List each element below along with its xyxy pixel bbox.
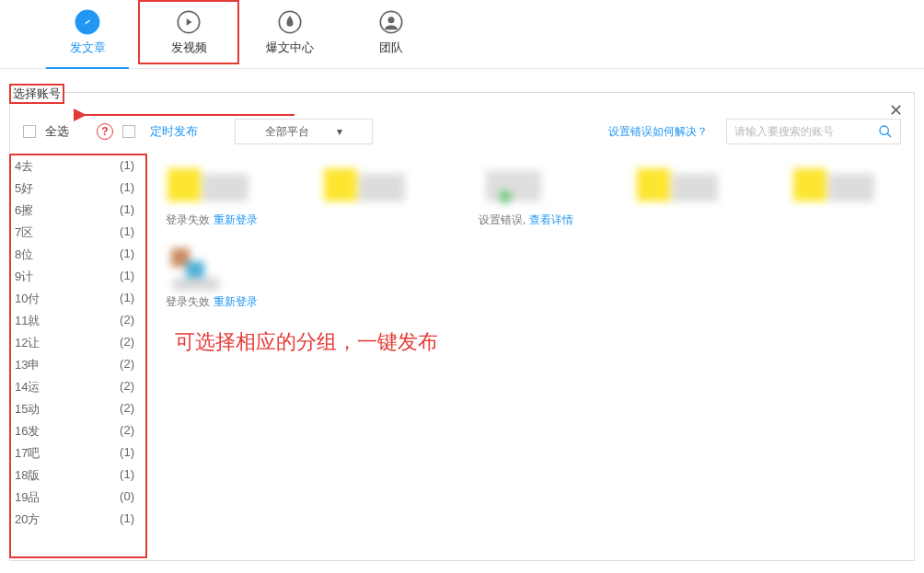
group-count: (1)	[120, 445, 134, 462]
user-circle-icon	[377, 8, 405, 36]
group-item[interactable]: 17吧(1)	[11, 442, 145, 464]
tab-label: 爆文中心	[266, 40, 314, 56]
group-name: 16发	[15, 423, 40, 440]
group-count: (2)	[120, 379, 134, 395]
group-item[interactable]: 13申(2)	[11, 354, 145, 376]
tab-video[interactable]: 发视频	[138, 0, 239, 64]
platform-value: 全部平台	[265, 124, 309, 140]
fire-icon	[276, 8, 304, 36]
group-item[interactable]: 5好(1)	[11, 178, 145, 200]
group-count: (1)	[120, 467, 134, 484]
account-item[interactable]: 登录失效重新登录	[166, 163, 267, 228]
group-item[interactable]: 16发(2)	[11, 420, 145, 442]
error-help-link[interactable]: 设置错误如何解决？	[608, 124, 708, 140]
account-item[interactable]	[635, 163, 736, 228]
select-all-label: 全选	[45, 123, 69, 140]
group-name: 4去	[15, 158, 33, 175]
account-item[interactable]: 登录失效重新登录	[166, 245, 267, 310]
select-all-checkbox[interactable]	[23, 125, 36, 138]
group-item[interactable]: 19品(0)	[11, 487, 145, 509]
svg-point-6	[880, 126, 888, 134]
tab-article[interactable]: 发文章	[37, 0, 138, 64]
group-name: 19品	[15, 489, 40, 506]
avatar	[791, 163, 874, 209]
search-input[interactable]	[734, 125, 878, 138]
group-name: 13申	[15, 357, 40, 373]
group-count: (1)	[120, 246, 134, 263]
group-item[interactable]: 4去(1)	[11, 155, 145, 178]
svg-point-4	[388, 17, 395, 23]
group-count: (1)	[120, 269, 134, 285]
select-account-panel: 选择账号 ✕ 全选 ? 定时发布 全部平台 ▾ 设置错误如何解决？ 4去(1)5…	[9, 92, 915, 561]
group-name: 12让	[15, 335, 40, 351]
toolbar: 全选 ? 定时发布 全部平台 ▾ 设置错误如何解决？	[10, 93, 914, 154]
close-icon[interactable]: ✕	[889, 100, 903, 120]
compass-icon	[74, 8, 101, 36]
group-name: 15动	[15, 401, 40, 418]
group-item[interactable]: 15动(2)	[11, 398, 145, 420]
tab-label: 团队	[379, 40, 403, 56]
group-name: 10付	[15, 291, 40, 307]
group-count: (2)	[120, 335, 134, 351]
group-item[interactable]: 14运(2)	[11, 376, 145, 398]
avatar	[166, 163, 248, 209]
group-count: (2)	[120, 313, 134, 329]
group-name: 14运	[15, 379, 40, 395]
group-count: (1)	[120, 158, 134, 175]
group-name: 5好	[15, 180, 33, 197]
group-count: (1)	[120, 511, 134, 528]
avatar	[635, 163, 718, 209]
scheduled-checkbox[interactable]	[122, 125, 135, 138]
avatar	[479, 163, 561, 209]
help-icon[interactable]: ?	[97, 123, 113, 140]
relogin-link[interactable]: 重新登录	[214, 294, 258, 310]
content-area: 4去(1)5好(1)6擦(1)7区(1)8位(1)9计(1)10付(1)11就(…	[10, 154, 914, 558]
group-count: (2)	[120, 357, 134, 373]
annotation-hint: 可选择相应的分组，一键发布	[175, 328, 438, 356]
group-count: (1)	[120, 202, 134, 219]
group-name: 18版	[15, 467, 40, 484]
play-circle-icon	[175, 8, 202, 36]
group-item[interactable]: 10付(1)	[11, 288, 145, 310]
group-name: 6擦	[15, 202, 33, 219]
tab-hot[interactable]: 爆文中心	[239, 0, 341, 64]
chevron-down-icon: ▾	[337, 125, 342, 138]
group-count: (1)	[120, 224, 134, 241]
group-name: 7区	[15, 224, 33, 241]
group-item[interactable]: 6擦(1)	[11, 200, 145, 222]
group-count: (2)	[120, 423, 134, 440]
group-count: (1)	[120, 291, 134, 307]
group-item[interactable]: 12让(2)	[11, 332, 145, 354]
platform-select[interactable]: 全部平台 ▾	[235, 119, 373, 144]
panel-title: 选择账号	[9, 84, 64, 104]
tab-team[interactable]: 团队	[341, 0, 442, 64]
tab-label: 发视频	[171, 40, 207, 56]
group-item[interactable]: 20方(1)	[11, 509, 145, 531]
avatar	[166, 245, 248, 291]
group-count: (0)	[120, 489, 134, 506]
group-item[interactable]: 9计(1)	[11, 266, 145, 288]
group-name: 8位	[15, 246, 33, 263]
group-item[interactable]: 8位(1)	[11, 244, 145, 266]
account-item[interactable]: 设置错误,查看详情	[479, 163, 580, 228]
status-text: 设置错误,	[479, 212, 526, 228]
tab-label: 发文章	[70, 40, 106, 56]
relogin-link[interactable]: 重新登录	[214, 212, 258, 228]
svg-line-7	[887, 133, 891, 137]
scheduled-label: 定时发布	[150, 123, 198, 140]
group-count: (1)	[120, 180, 134, 197]
status-text: 登录失效	[166, 212, 210, 228]
detail-link[interactable]: 查看详情	[529, 212, 573, 228]
group-item[interactable]: 18版(1)	[11, 464, 145, 487]
group-name: 9计	[15, 269, 33, 285]
account-item[interactable]	[791, 163, 893, 228]
group-count: (2)	[120, 401, 134, 418]
group-item[interactable]: 7区(1)	[11, 222, 145, 244]
search-icon[interactable]	[878, 124, 893, 139]
top-tabs: 发文章 发视频 爆文中心 团队	[0, 0, 924, 69]
group-name: 11就	[15, 313, 40, 329]
account-item[interactable]	[322, 163, 423, 228]
group-sidebar: 4去(1)5好(1)6擦(1)7区(1)8位(1)9计(1)10付(1)11就(…	[9, 154, 147, 558]
group-item[interactable]: 11就(2)	[11, 310, 145, 332]
status-text: 登录失效	[166, 294, 210, 310]
